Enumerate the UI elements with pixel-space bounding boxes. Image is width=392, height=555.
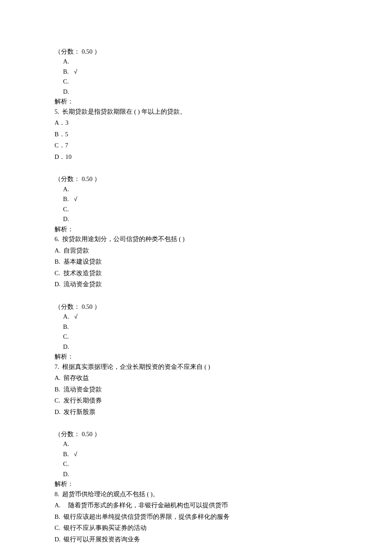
answer-option-b: B. — [55, 322, 392, 332]
answer-option-b-label: B. — [63, 196, 69, 202]
option-a: A．3 — [55, 118, 392, 128]
check-mark-icon: √ — [74, 196, 77, 202]
score-label: （分数： 0.50 ） — [55, 47, 392, 57]
check-mark-icon: √ — [74, 68, 77, 75]
option-c: C. 技术改造贷款 — [55, 268, 392, 278]
option-b: B．5 — [55, 129, 392, 139]
answer-option-a-label: A. — [63, 313, 69, 320]
option-a: A. 随着货币形式的多样化，非银行金融机构也可以提供货币 — [55, 500, 392, 510]
answer-option-c: C. — [55, 459, 392, 469]
option-c: C. 发行长期债券 — [55, 396, 392, 405]
option-d: D. 发行新股票 — [55, 407, 392, 417]
option-c: C．7 — [55, 141, 392, 150]
answer-option-a: A. — [55, 439, 392, 449]
option-a: A. 留存收益 — [55, 373, 392, 383]
option-b: B. 基本建设贷款 — [55, 257, 392, 267]
score-label: （分数： 0.50 ） — [55, 302, 392, 312]
question-6: 6. 按贷款用途划分，公司信贷的种类不包括 ( ) A. 自营贷款 B. 基本建… — [55, 234, 392, 362]
check-mark-icon: √ — [74, 451, 77, 457]
option-d: D. 银行可以开展投资咨询业务 — [55, 535, 392, 544]
option-c: C. 银行不应从事购买证券的活动 — [55, 523, 392, 533]
question-stem: 8. 超货币供给理论的观点不包括 ( )。 — [55, 489, 392, 499]
answer-option-a: A. — [55, 57, 392, 66]
option-a: A. 自营贷款 — [55, 246, 392, 256]
option-d: D．10 — [55, 152, 392, 162]
analysis-label: 解析： — [55, 224, 392, 234]
question-stem: 6. 按贷款用途划分，公司信贷的种类不包括 ( ) — [55, 234, 392, 244]
question-8: 8. 超货币供给理论的观点不包括 ( )。 A. 随着货币形式的多样化，非银行金… — [55, 489, 392, 544]
analysis-label: 解析： — [55, 479, 392, 489]
answer-option-d: D. — [55, 342, 392, 352]
question-4-tail: （分数： 0.50 ） A. B.√ C. D. 解析： — [55, 47, 392, 107]
score-label: （分数： 0.50 ） — [55, 429, 392, 439]
answer-option-b-label: B. — [63, 451, 69, 457]
check-mark-icon: √ — [74, 313, 78, 320]
answer-option-c: C. — [55, 204, 392, 214]
answer-option-b-label: B. — [63, 68, 69, 75]
answer-option-a: A.√ — [55, 312, 392, 322]
answer-option-d: D. — [55, 214, 392, 224]
question-stem: 7. 根据真实票据理论，企业长期投资的资金不应来自 ( ) — [55, 362, 392, 372]
analysis-label: 解析： — [55, 352, 392, 362]
answer-option-c: C. — [55, 77, 392, 86]
option-d: D. 流动资金贷款 — [55, 279, 392, 289]
score-label: （分数： 0.50 ） — [55, 174, 392, 184]
answer-option-d: D. — [55, 87, 392, 97]
answer-option-c: C. — [55, 332, 392, 342]
answer-option-d: D. — [55, 469, 392, 479]
question-7: 7. 根据真实票据理论，企业长期投资的资金不应来自 ( ) A. 留存收益 B.… — [55, 362, 392, 489]
answer-option-b: B.√ — [55, 67, 392, 77]
answer-option-b: B.√ — [55, 449, 392, 459]
option-b: B. 银行应该超出单纯提供信贷货币的界限，提供多样化的服务 — [55, 512, 392, 522]
question-5: 5. 长期贷款是指贷款期限在 ( ) 年以上的贷款。 A．3 B．5 C．7 D… — [55, 107, 392, 234]
answer-option-b: B.√ — [55, 194, 392, 204]
answer-option-a: A. — [55, 184, 392, 194]
question-stem: 5. 长期贷款是指贷款期限在 ( ) 年以上的贷款。 — [55, 107, 392, 117]
option-b: B. 流动资金贷款 — [55, 385, 392, 394]
analysis-label: 解析： — [55, 97, 392, 106]
